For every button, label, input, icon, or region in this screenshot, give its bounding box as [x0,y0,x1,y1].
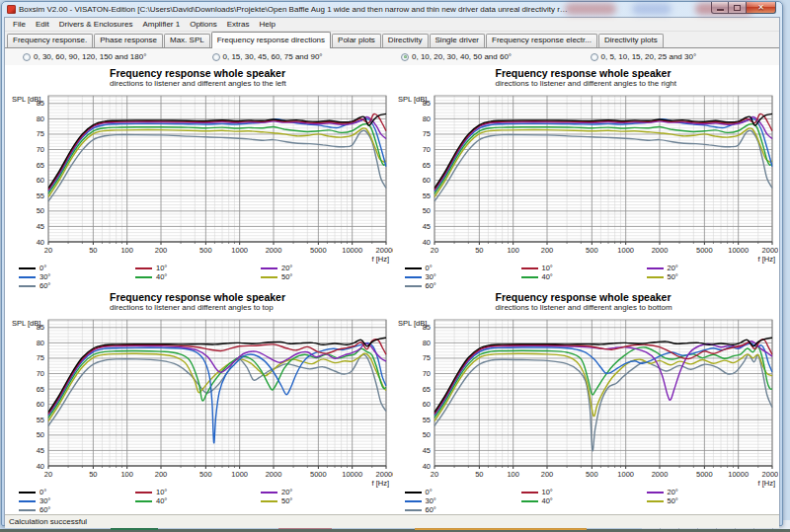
x-tick-label: 50 [475,246,483,255]
minimize-button[interactable] [711,2,729,14]
chart-subtitle: directions to listener and different ang… [496,79,779,88]
menubar: FileEditDrivers & EnclosuresAmplifier 1O… [5,18,779,32]
y-tick-label: 75 [37,129,44,138]
legend-swatch [261,500,277,502]
radio-option-4[interactable]: 0, 5, 10, 15, 20, 25 and 30° [591,52,780,61]
legend-label: 0° [426,264,433,272]
y-tick-label: 65 [37,161,44,170]
legend-item-0: 0° [405,264,521,272]
legend-label: 40° [542,272,553,281]
tab-frequency-response[interactable]: Frequency response. [7,34,93,47]
tab-directivity[interactable]: Directivity [382,34,429,47]
y-tick-label: 75 [37,353,44,362]
legend-label: 50° [281,272,292,281]
series-line-50 [48,353,386,421]
legend-label: 20° [281,264,292,272]
radio-label: 0, 30, 60, 90, 120, 150 and 180° [34,52,146,61]
series-line-60 [48,130,386,201]
legend-item-50: 50° [261,496,386,505]
legend-item-20: 20° [647,264,772,272]
y-tick-label: 40 [37,238,44,247]
menu-drivers-enclosures[interactable]: Drivers & Enclosures [54,20,138,29]
x-tick-label: 100 [507,246,519,255]
series-line-60 [434,130,772,201]
x-tick-label: 10000 [728,246,749,255]
chart-plot: 4045505560657075808520501002005001000200… [393,90,779,264]
legend-item-40: 40° [135,496,261,505]
radio-circle [591,53,598,61]
menu-file[interactable]: File [8,20,31,29]
tab-single-driver[interactable]: Single driver [430,34,485,47]
plot-border [48,96,386,242]
y-tick-label: 45 [37,222,44,231]
x-tick-label: 5000 [696,470,713,479]
legend-label: 20° [668,488,678,496]
x-tick-label: 100 [507,470,519,479]
tab-frequency-response-electr[interactable]: Frequency response electr... [486,34,597,47]
x-tick-label: 20 [430,246,437,255]
series-line-60 [434,354,772,451]
legend-item-20: 20° [261,488,386,496]
legend-label: 30° [40,272,50,281]
y-axis-title: SPL [dB] [12,95,40,104]
legend-item-20: 20° [647,488,772,496]
chart-subtitle: directions to listener and different ang… [110,303,393,312]
series-line-60 [48,354,386,425]
legend-swatch [647,267,664,269]
radio-option-2[interactable]: 0, 15, 30, 45, 60, 75 and 90° [212,52,402,61]
x-tick-label: 2000 [266,246,282,255]
tab-directivity-plots[interactable]: Directivity plots [598,34,664,47]
x-tick-label: 20 [430,470,437,479]
x-tick-label: 100 [120,246,133,255]
x-tick-label: 100 [120,470,133,479]
legend-label: 10° [542,264,553,272]
titlebar[interactable]: Boxsim V2.00 - VISATON-Edition [C:\Users… [4,2,780,17]
legend-item-10: 10° [521,264,647,272]
y-tick-label: 80 [37,339,44,347]
x-tick-label: 1000 [617,470,634,479]
tab-max-spl[interactable]: Max. SPL [164,34,210,47]
menu-options[interactable]: Options [185,20,222,29]
status-text: Calculation successful [9,517,87,526]
angle-preset-radios: 0, 30, 60, 90, 120, 150 and 180°0, 15, 3… [5,48,779,65]
legend-label: 30° [426,272,436,281]
menu-extras[interactable]: Extras [222,20,255,29]
legend-label: 30° [40,496,50,505]
y-tick-label: 50 [422,430,430,439]
y-tick-label: 70 [422,369,430,378]
x-tick-label: 200 [155,470,168,479]
legend-label: 50° [668,496,678,505]
radio-option-1[interactable]: 0, 30, 60, 90, 120, 150 and 180° [23,52,212,61]
menu-help[interactable]: Help [254,20,279,29]
x-tick-label: 20000 [761,246,778,255]
legend-swatch [647,500,664,502]
x-axis-title: f [Hz] [371,255,389,264]
menu-amplifier-1[interactable]: Amplifier 1 [137,20,185,29]
radio-option-3[interactable]: 0, 10, 20, 30, 40, 50 and 60° [401,52,591,61]
tab-frequency-response-directions[interactable]: Frequency response directions [211,32,331,48]
chart-plot: 4045505560657075808520501002005001000200… [393,314,779,488]
menu-edit[interactable]: Edit [31,20,54,29]
close-button[interactable]: ✕ [747,2,776,14]
maximize-button[interactable] [729,2,747,14]
tab-phase-response[interactable]: Phase response [94,34,163,47]
tab-polar-plots[interactable]: Polar plots [332,34,381,47]
legend-item-0: 0° [19,488,135,496]
x-tick-label: 2000 [266,470,282,479]
legend-item-50: 50° [261,272,386,281]
x-tick-label: 500 [586,470,598,479]
y-tick-label: 65 [37,385,44,394]
app-window: Boxsim V2.00 - VISATON-Edition [C:\Users… [1,1,783,526]
series-group [434,338,772,451]
legend-swatch [19,285,36,287]
statusbar: Calculation successful [5,514,779,528]
radio-circle [212,53,220,61]
x-tick-label: 20 [44,246,52,255]
legend-label: 40° [156,496,167,505]
legend-item-0: 0° [19,264,135,272]
y-tick-label: 45 [422,446,430,455]
legend-label: 0° [40,264,46,272]
legend-swatch [405,285,422,287]
legend-swatch [405,500,422,502]
y-tick-label: 60 [37,400,44,409]
